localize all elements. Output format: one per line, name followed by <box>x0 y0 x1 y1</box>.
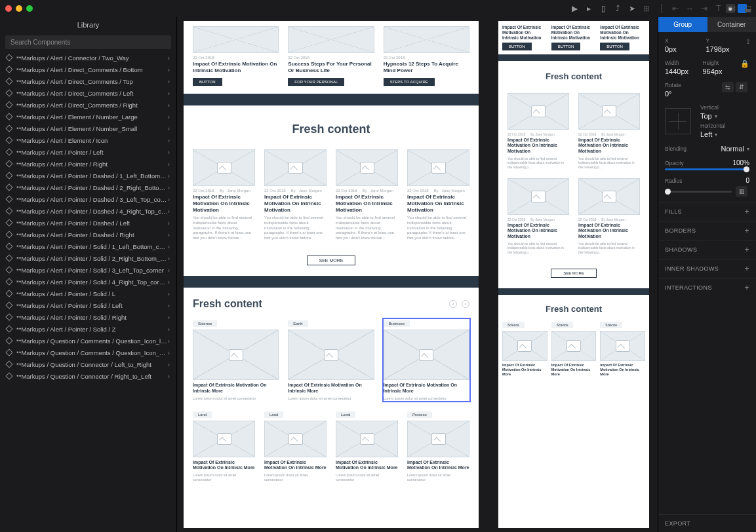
component-row[interactable]: **Markups / Alert / Pointer / Solid / L› <box>0 288 176 299</box>
radius-corners-icon[interactable]: ▥ <box>736 186 747 197</box>
close-window-button[interactable] <box>5 5 12 12</box>
tagged-card[interactable]: LandImpact Of Extrinsic Motivation On In… <box>264 410 327 483</box>
component-row[interactable]: **Markups / Alert / Pointer / Dashed / 1… <box>0 170 176 181</box>
mini-card-button[interactable]: BUTTON <box>600 43 629 50</box>
content-card: 22 Oct 2018By Jane MorganImpact Of Extri… <box>407 149 469 241</box>
tagged-card[interactable]: LocalImpact Of Extrinsic Motivation On I… <box>336 410 398 483</box>
component-row[interactable]: **Markups / Alert / Pointer / Solid / 1_… <box>0 240 176 252</box>
component-row[interactable]: **Markups / Alert / Pointer / Dashed / R… <box>0 229 176 240</box>
pin-position-icon[interactable]: ⟟ <box>747 37 749 53</box>
device-icon[interactable]: ▯ <box>599 4 608 13</box>
fills-section[interactable]: Fills+ <box>658 202 756 221</box>
align-c-icon[interactable]: ↔ <box>685 4 694 13</box>
component-row[interactable]: **Markups / Alert / Pointer / Solid / 3_… <box>0 264 176 276</box>
add-interaction-icon[interactable]: + <box>745 283 749 292</box>
component-row[interactable]: **Markups / Alert / Direct_Comments / Ri… <box>0 99 176 111</box>
component-row[interactable]: **Markups / Alert / Pointer / Solid / Le… <box>0 299 176 311</box>
hero-card-button[interactable]: FOR YOUR PERSONAL <box>288 78 344 86</box>
chevron-right-icon: › <box>168 149 170 156</box>
component-row[interactable]: **Markups / Question / Comments / Questi… <box>0 335 176 347</box>
card-headline: Impact Of Extrinsic Motivation On Intrin… <box>193 383 279 394</box>
component-row[interactable]: **Markups / Alert / Pointer / Right› <box>0 158 176 170</box>
component-row[interactable]: **Markups / Alert / Pointer / Solid / 4_… <box>0 276 176 288</box>
tagged-card[interactable]: ScienceImpact Of Extrinsic Motivation On… <box>193 319 279 401</box>
zoom-window-button[interactable] <box>26 5 33 12</box>
see-more-button[interactable]: SEE MORE <box>551 269 597 278</box>
tab-group[interactable]: Group <box>658 17 707 32</box>
canvas[interactable]: 22 Oct 2018 Impact Of Extrinsic Motivati… <box>177 17 658 532</box>
add-fill-icon[interactable]: + <box>745 207 749 216</box>
component-row[interactable]: **Markups / Alert / Pointer / Solid / Z› <box>0 323 176 335</box>
export-section[interactable]: EXPORT <box>658 514 756 532</box>
flip-h-icon[interactable]: ⇋ <box>722 82 734 92</box>
flip-icon[interactable]: ⤮ <box>728 4 738 13</box>
tagged-card[interactable]: BusinessImpact Of Extrinsic Motivation O… <box>384 319 469 401</box>
horizontal-dropdown[interactable]: Left▾ <box>700 130 749 138</box>
component-row[interactable]: **Markups / Alert / Pointer / Dashed / 4… <box>0 205 176 217</box>
component-row[interactable]: **Markups / Alert / Pointer / Solid / Ri… <box>0 311 176 323</box>
component-row[interactable]: **Markups / Alert / Direct_Comments / Bo… <box>0 64 176 75</box>
opacity-slider[interactable] <box>665 168 749 170</box>
see-more-button[interactable]: SEE MORE <box>307 256 356 265</box>
rocket-icon[interactable]: ➤ <box>627 4 637 13</box>
component-row[interactable]: **Markups / Alert / Element / Number_Lar… <box>0 111 176 123</box>
component-row[interactable]: **Markups / Alert / Pointer / Dashed / 2… <box>0 181 176 193</box>
inner-shadows-section[interactable]: Inner Shadows+ <box>658 259 756 278</box>
order-icon[interactable]: ⬓ <box>743 4 752 13</box>
borders-section[interactable]: Borders+ <box>658 221 756 240</box>
tagged-card[interactable]: EarthImpact Of Extrinsic Motivation On I… <box>288 319 374 401</box>
width-input[interactable]: 1440px <box>665 67 688 75</box>
constraint-widget[interactable] <box>665 108 691 134</box>
x-input[interactable]: 0px <box>665 45 677 53</box>
component-row[interactable]: **Markups / Alert / Pointer / Solid / 2_… <box>0 252 176 264</box>
component-row[interactable]: **Markups / Question / Connector / Left_… <box>0 358 176 370</box>
hand-icon[interactable]: ▸ <box>584 4 593 13</box>
tab-container[interactable]: Container <box>707 17 757 32</box>
vertical-dropdown[interactable]: Top▾ <box>700 112 749 120</box>
tagged-card[interactable]: LandImpact Of Extrinsic Motivation On In… <box>193 410 255 483</box>
height-input[interactable]: 964px <box>703 67 723 75</box>
component-row[interactable]: **Markups / Question / Connector / Right… <box>0 370 176 382</box>
artboard-main[interactable]: 22 Oct 2018 Impact Of Extrinsic Motivati… <box>184 21 479 528</box>
mini-card-button[interactable]: BUTTON <box>551 43 581 50</box>
radius-slider[interactable] <box>665 191 732 193</box>
opacity-value[interactable]: 100% <box>732 159 749 166</box>
artboard-side[interactable]: Impact Of Extrinsic Motivation On Intrin… <box>498 21 649 528</box>
blending-dropdown[interactable]: Normal▾ <box>721 145 749 153</box>
component-row[interactable]: **Markups / Alert / Direct_Comments / Le… <box>0 87 176 99</box>
component-row[interactable]: **Markups / Alert / Pointer / Dashed / L… <box>0 217 176 229</box>
tagged-card[interactable]: ProcessImpact Of Extrinsic Motivation On… <box>407 410 469 483</box>
component-row[interactable]: **Markups / Alert / Connector / Two_Way› <box>0 52 176 64</box>
hero-card-button[interactable]: BUTTON <box>193 78 222 86</box>
radius-value[interactable]: 0 <box>746 177 749 184</box>
component-row[interactable]: **Markups / Alert / Direct_Comments / To… <box>0 75 176 87</box>
component-icon <box>5 207 12 214</box>
component-label: **Markups / Alert / Pointer / Solid / Z <box>16 326 168 333</box>
y-input[interactable]: 1798px <box>706 45 730 53</box>
shadows-section[interactable]: Shadows+ <box>658 240 756 259</box>
add-shadow-icon[interactable]: + <box>745 245 749 254</box>
component-row[interactable]: **Markups / Alert / Pointer / Dashed / 3… <box>0 193 176 205</box>
add-inner-shadow-icon[interactable]: + <box>745 264 749 273</box>
play-icon[interactable]: ▶ <box>570 4 579 13</box>
search-components-input[interactable]: Search Components <box>5 35 171 49</box>
component-row[interactable]: **Markups / Alert / Pointer / Left› <box>0 146 176 158</box>
carousel-next-button[interactable]: › <box>462 300 469 308</box>
component-row[interactable]: **Markups / Alert / Element / Icon› <box>0 134 176 146</box>
lock-aspect-icon[interactable]: 🔒 <box>740 60 749 75</box>
hero-card-button[interactable]: STEPS TO ACQUIRE <box>384 78 435 86</box>
align-l-icon[interactable]: ⇤ <box>671 4 680 13</box>
component-row[interactable]: **Markups / Alert / Element / Number_Sma… <box>0 123 176 134</box>
text-icon[interactable]: T <box>714 4 723 13</box>
minimize-window-button[interactable] <box>16 5 22 12</box>
mini-card-button[interactable]: BUTTON <box>502 43 532 50</box>
interactions-section[interactable]: Interactions+ <box>658 278 756 297</box>
ruler-icon[interactable]: ⊞ <box>642 4 651 13</box>
carousel-prev-button[interactable]: ‹ <box>449 300 457 308</box>
upload-icon[interactable]: ⤴ <box>613 4 622 13</box>
flip-v-icon[interactable]: ⇵ <box>736 82 747 92</box>
align-r-icon[interactable]: ⇥ <box>700 4 709 13</box>
component-row[interactable]: **Markups / Question / Comments / Questi… <box>0 347 176 358</box>
rotate-input[interactable]: 0° <box>665 90 672 98</box>
add-border-icon[interactable]: + <box>745 226 749 235</box>
